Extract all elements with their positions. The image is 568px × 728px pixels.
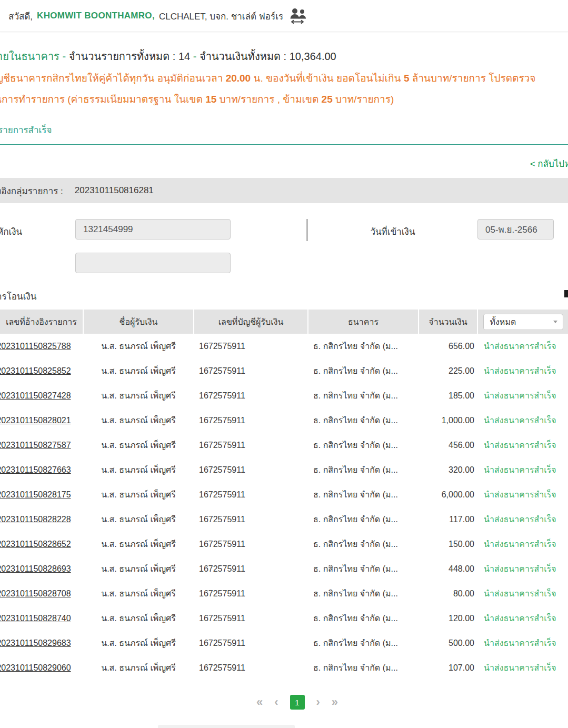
table-row: 2023101150828740 น.ส. ธนภรณ์ เพ็ญศรี 167…: [0, 606, 568, 631]
status-cell: นำส่งธนาคารสำเร็จ: [477, 655, 568, 680]
reference-link[interactable]: 2023101150827587: [0, 441, 71, 450]
recipient-account-cell: 1672575911: [194, 408, 308, 433]
chevron-down-icon: [553, 321, 557, 325]
recipient-name-cell: น.ส. ธนภรณ์ เพ็ญศรี: [83, 655, 194, 680]
status-filter-select[interactable]: ทั้งหมด: [483, 314, 563, 330]
warning-number: 5: [404, 73, 410, 84]
reference-cell: 2023101150828708: [0, 581, 83, 606]
table-row: 2023101150828175 น.ส. ธนภรณ์ เพ็ญศรี 167…: [0, 482, 568, 507]
reference-link[interactable]: 2023101150828021: [0, 416, 71, 425]
reference-cell: 2023101150829683: [0, 631, 83, 655]
debit-account-label: หักเงิน: [0, 219, 75, 273]
topbar: สวัสดี, KHOMWIT BOONTHAMRO, CLCHALET, บจ…: [0, 0, 568, 32]
back-link-row: < กลับไปหน: [0, 156, 568, 171]
tab-successful-transactions[interactable]: รายการสำเร็จ: [0, 125, 52, 135]
reference-link[interactable]: 2023101150828708: [0, 589, 71, 599]
table-row: 2023101150827428 น.ส. ธนภรณ์ เพ็ญศรี 167…: [0, 383, 568, 408]
reference-link[interactable]: 2023101150825852: [0, 366, 71, 376]
status-cell: นำส่งธนาคารสำเร็จ: [477, 631, 568, 655]
recipient-name-cell: น.ส. ธนภรณ์ เพ็ญศรี: [83, 408, 194, 433]
recipient-account-cell: 1672575911: [194, 631, 308, 655]
status-cell: นำส่งธนาคารสำเร็จ: [477, 556, 568, 581]
prev-page-button[interactable]: ‹: [274, 696, 278, 708]
warning-segment: น. ของวันที่เข้าเงิน ยอดโอนไม่เกิน: [251, 73, 404, 84]
warning-line-1: ญชีธนาคารกสิกรไทยให้คู่ค้าได้ทุกวัน อนุม…: [0, 68, 568, 89]
reference-link[interactable]: 2023101150828228: [0, 515, 71, 524]
bank-cell: ธ. กสิกรไทย จำกัด (ม...: [308, 532, 418, 556]
table-row: 2023101150828693 น.ส. ธนภรณ์ เพ็ญศรี 167…: [0, 556, 568, 581]
group-reference-bar: งอิงกลุ่มรายการ : 2023101150816281: [0, 178, 568, 203]
transfer-table-body: 2023101150825788 น.ส. ธนภรณ์ เพ็ญศรี 167…: [0, 334, 568, 680]
bank-cell: ธ. กสิกรไทย จำกัด (ม...: [308, 655, 418, 680]
col-header-bank: ธนาคาร: [308, 310, 418, 334]
reference-cell: 2023101150825788: [0, 334, 83, 358]
recipient-account-cell: 1672575911: [194, 532, 308, 556]
reference-cell: 2023101150828740: [0, 606, 83, 631]
bank-cell: ธ. กสิกรไทย จำกัด (ม...: [308, 383, 418, 408]
current-page-button[interactable]: 1: [290, 695, 305, 710]
recipient-account-cell: 1672575911: [194, 482, 308, 507]
recipient-account-cell: 1672575911: [194, 606, 308, 631]
form-area: หักเงิน วันที่เข้าเงิน: [0, 219, 568, 273]
bank-cell: ธ. กสิกรไทย จำกัด (ม...: [308, 482, 418, 507]
table-row: 2023101150829683 น.ส. ธนภรณ์ เพ็ญศรี 167…: [0, 631, 568, 655]
reference-link[interactable]: 2023101150829060: [0, 663, 71, 673]
group-reference-value: 2023101150816281: [75, 185, 154, 196]
status-cell: นำส่งธนาคารสำเร็จ: [477, 358, 568, 383]
value-date-label: วันที่เข้าเงิน: [308, 219, 477, 240]
total-amount-text: จำนวนเงินทั้งหมด : 10,364.00: [200, 51, 336, 62]
bank-cell: ธ. กสิกรไทย จำกัด (ม...: [308, 507, 418, 532]
warning-segment: บาท/รายการ): [333, 94, 394, 105]
recipient-account-cell: 1672575911: [194, 383, 308, 408]
debit-account-field-2[interactable]: [75, 253, 231, 273]
first-page-button[interactable]: «: [256, 696, 263, 708]
reference-link[interactable]: 2023101150829683: [0, 639, 71, 648]
recipient-account-cell: 1672575911: [194, 507, 308, 532]
page-title: ายในธนาคาร - จำนวนรายการทั้งหมด : 14 - จ…: [0, 48, 568, 65]
export-icon[interactable]: [564, 290, 568, 297]
reference-link[interactable]: 2023101150828652: [0, 540, 71, 549]
reference-link[interactable]: 2023101150827663: [0, 465, 71, 475]
debit-account-inputs: [75, 219, 231, 273]
amount-cell: 1,000.00: [418, 408, 477, 433]
debit-account-group: หักเงิน: [0, 219, 231, 273]
reference-link[interactable]: 2023101150828693: [0, 564, 71, 574]
status-cell: นำส่งธนาคารสำเร็จ: [477, 334, 568, 358]
recipient-name-cell: น.ส. ธนภรณ์ เพ็ญศรี: [83, 334, 194, 358]
col-header-reference: เลขที่อ้างอิงรายการ: [0, 310, 83, 334]
next-page-button[interactable]: ›: [316, 696, 320, 708]
bank-cell: ธ. กสิกรไทย จำกัด (ม...: [308, 631, 418, 655]
back-link[interactable]: < กลับไปหน: [530, 156, 568, 171]
last-page-button[interactable]: »: [332, 696, 338, 708]
status-cell: นำส่งธนาคารสำเร็จ: [477, 507, 568, 532]
reference-link[interactable]: 2023101150825788: [0, 342, 71, 351]
recipient-name-cell: น.ส. ธนภรณ์ เพ็ญศรี: [83, 457, 194, 482]
value-date-field[interactable]: [477, 219, 554, 240]
warning-segment: บาท/รายการ , ข้ามเขต: [216, 94, 321, 105]
recipient-account-cell: 1672575911: [194, 457, 308, 482]
reference-link[interactable]: 2023101150827428: [0, 391, 71, 401]
reference-link[interactable]: 2023101150828740: [0, 614, 71, 623]
amount-cell: 656.00: [418, 334, 477, 358]
amount-cell: 6,000.00: [418, 482, 477, 507]
warning-line-2: นการทำรายการ (ค่าธรรมเนียมมาตรฐาน ในเขต …: [0, 89, 568, 110]
table-row: 2023101150828021 น.ส. ธนภรณ์ เพ็ญศรี 167…: [0, 408, 568, 433]
table-row: 2023101150827587 น.ส. ธนภรณ์ เพ็ญศรี 167…: [0, 433, 568, 457]
amount-cell: 448.00: [418, 556, 477, 581]
table-row: 2023101150829060 น.ส. ธนภรณ์ เพ็ญศรี 167…: [0, 655, 568, 680]
reference-cell: 2023101150828693: [0, 556, 83, 581]
warning-number: 20.00: [226, 73, 251, 84]
reference-cell: 2023101150828021: [0, 408, 83, 433]
status-cell: นำส่งธนาคารสำเร็จ: [477, 606, 568, 631]
table-row: 2023101150827663 น.ส. ธนภรณ์ เพ็ญศรี 167…: [0, 457, 568, 482]
amount-cell: 117.00: [418, 507, 477, 532]
status-cell: นำส่งธนาคารสำเร็จ: [477, 482, 568, 507]
warning-number: 15: [205, 94, 216, 105]
recipient-name-cell: น.ส. ธนภรณ์ เพ็ญศรี: [83, 532, 194, 556]
switch-user-icon[interactable]: [288, 7, 307, 24]
amount-cell: 320.00: [418, 457, 477, 482]
debit-account-field[interactable]: [75, 219, 231, 240]
reference-cell: 2023101150828175: [0, 482, 83, 507]
reference-link[interactable]: 2023101150828175: [0, 490, 71, 500]
user-name: KHOMWIT BOONTHAMRO,: [37, 11, 155, 21]
